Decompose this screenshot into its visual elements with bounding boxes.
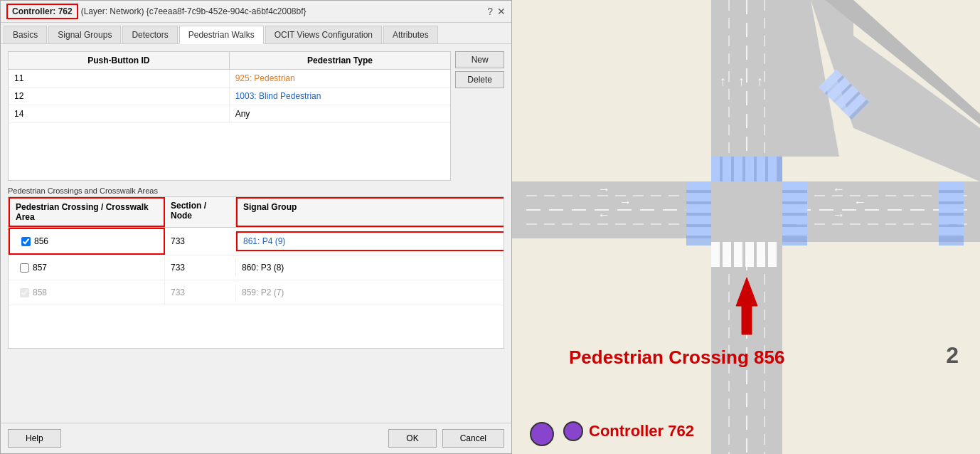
signal-group-value-856: 861: P4 (9) <box>243 236 285 246</box>
crossings-row-857[interactable]: 857 733 860: P3 (8) <box>9 255 504 280</box>
tab-pedestrian-walks[interactable]: Pedestrian Walks <box>179 26 264 44</box>
svg-rect-43 <box>745 242 754 267</box>
svg-rect-44 <box>757 242 765 267</box>
svg-point-67 <box>531 423 553 445</box>
push-button-id-cell: 11 <box>9 70 230 87</box>
tab-attributes[interactable]: Attributes <box>383 26 438 43</box>
push-button-id-cell: 12 <box>9 88 230 105</box>
push-button-section: Push-Button ID Pedestrian Type 11 925: P… <box>8 51 504 181</box>
svg-text:→: → <box>597 182 610 196</box>
controller-annotation: Controller 762 <box>589 422 694 440</box>
crossings-row-856[interactable]: 856 733 861: P4 (9) <box>9 228 504 255</box>
signal-group-cell-858: 859: P2 (7) <box>236 284 504 301</box>
section-cell-857: 733 <box>165 259 236 276</box>
crossing-area-cell: 856 <box>9 228 165 255</box>
signal-group-cell-857: 860: P3 (8) <box>236 259 504 276</box>
section-cell-856: 733 <box>165 233 236 250</box>
checkbox-label-857[interactable]: 857 <box>14 259 159 276</box>
section-cell-858: 733 <box>165 284 236 301</box>
table-row[interactable]: 12 1003: Blind Pedestrian <box>9 88 450 105</box>
empty-rows <box>9 305 504 348</box>
svg-rect-41 <box>723 242 731 267</box>
title-bar: Controller: 762 (Layer: Network) {c7eeaa… <box>1 1 511 23</box>
crossings-table: Pedestrian Crossing / Crosswalk Area Sec… <box>8 196 504 349</box>
tab-detectors[interactable]: Detectors <box>122 26 177 43</box>
pedestrian-type-cell: 925: Pedestrian <box>230 70 451 87</box>
side-buttons: New Delete <box>455 51 504 181</box>
svg-text:→: → <box>619 195 632 209</box>
crossings-row-858[interactable]: 858 733 859: P2 (7) <box>9 280 504 305</box>
push-button-id-cell: 14 <box>9 105 230 122</box>
crossings-section: Pedestrian Crossings and Crosswalk Areas… <box>8 186 504 349</box>
tab-ocit-views[interactable]: OCIT Views Configuration <box>265 26 382 43</box>
help-icon[interactable]: ? <box>487 6 493 17</box>
crossing-id-858: 858 <box>33 287 47 297</box>
svg-text:↑: ↑ <box>738 74 745 88</box>
footer-right-buttons: OK Cancel <box>388 429 504 448</box>
table-row[interactable]: 14 Any <box>9 105 450 123</box>
table-row[interactable]: 11 925: Pedestrian <box>9 70 450 88</box>
cancel-button[interactable]: Cancel <box>442 429 504 448</box>
dialog-footer: Help OK Cancel <box>1 423 511 453</box>
push-button-header: Push-Button ID Pedestrian Type <box>9 52 450 70</box>
svg-text:→: → <box>832 208 845 222</box>
crossing-area-cell: 858 <box>9 280 165 305</box>
signal-group-header: Signal Group <box>236 197 504 227</box>
signal-group-cell-856: 861: P4 (9) <box>236 231 504 251</box>
title-subtitle: (Layer: Network) {c7eeaa8f-7c9b-452e-904… <box>81 6 307 16</box>
close-icon[interactable]: ✕ <box>497 6 506 17</box>
svg-text:←: ← <box>832 182 845 196</box>
pedestrian-type-cell: 1003: Blind Pedestrian <box>230 88 451 105</box>
svg-text:←: ← <box>597 208 610 222</box>
svg-rect-40 <box>711 242 720 267</box>
svg-rect-18 <box>711 181 782 246</box>
delete-button[interactable]: Delete <box>455 71 504 88</box>
map-panel: → → ← ← ← → ↑ ↑ ↑ Pedestrian Crossing 85… <box>512 0 980 454</box>
svg-text:↑: ↑ <box>757 74 763 88</box>
checkbox-label-858[interactable]: 858 <box>14 284 159 301</box>
push-button-id-header: Push-Button ID <box>9 52 230 69</box>
svg-rect-27 <box>711 157 782 181</box>
push-button-table: Push-Button ID Pedestrian Type 11 925: P… <box>8 51 451 181</box>
pedestrian-type-value: 925: Pedestrian <box>235 73 295 83</box>
pedestrian-type-cell: Any <box>230 105 451 122</box>
ok-button[interactable]: OK <box>388 429 436 448</box>
checkbox-label-856[interactable]: 856 <box>16 233 158 250</box>
svg-rect-57 <box>939 181 964 246</box>
svg-text:←: ← <box>853 195 866 209</box>
help-button[interactable]: Help <box>8 429 61 448</box>
svg-rect-42 <box>734 242 742 267</box>
crossing-area-header: Pedestrian Crossing / Crosswalk Area <box>9 197 165 227</box>
svg-rect-39 <box>782 181 807 246</box>
checkbox-858[interactable] <box>20 288 29 297</box>
svg-rect-33 <box>686 181 711 246</box>
controller-badge: Controller: 762 <box>6 4 78 19</box>
tab-basics[interactable]: Basics <box>4 26 47 43</box>
crossings-header: Pedestrian Crossing / Crosswalk Area Sec… <box>9 197 504 228</box>
crossing-id-857: 857 <box>33 263 47 273</box>
tabs-bar: Basics Signal Groups Detectors Pedestria… <box>1 23 511 44</box>
title-bar-left: Controller: 762 (Layer: Network) {c7eeaa… <box>6 4 307 19</box>
left-panel: Controller: 762 (Layer: Network) {c7eeaa… <box>0 0 512 454</box>
crossings-label: Pedestrian Crossings and Crosswalk Areas <box>8 186 504 195</box>
pedestrian-type-header: Pedestrian Type <box>230 52 451 69</box>
pedestrian-annotation: Pedestrian Crossing 856 <box>569 347 784 369</box>
svg-rect-45 <box>768 242 777 267</box>
crossing-area-cell: 857 <box>9 255 165 280</box>
empty-space <box>9 123 450 180</box>
controller-dot <box>563 421 583 441</box>
checkbox-856[interactable] <box>21 237 31 246</box>
number-annotation: 2 <box>946 342 959 369</box>
map-svg: → → ← ← ← → ↑ ↑ ↑ <box>512 0 980 454</box>
section-node-header: Section / Node <box>165 197 236 227</box>
checkbox-857[interactable] <box>20 263 29 273</box>
new-button[interactable]: New <box>455 51 504 68</box>
tab-content: Push-Button ID Pedestrian Type 11 925: P… <box>1 44 511 423</box>
title-bar-right: ? ✕ <box>487 6 506 17</box>
tab-signal-groups[interactable]: Signal Groups <box>48 26 121 43</box>
svg-text:↑: ↑ <box>720 74 726 88</box>
pedestrian-type-value: 1003: Blind Pedestrian <box>235 91 321 101</box>
crossing-id-856: 856 <box>34 236 48 246</box>
svg-rect-1 <box>512 181 711 238</box>
